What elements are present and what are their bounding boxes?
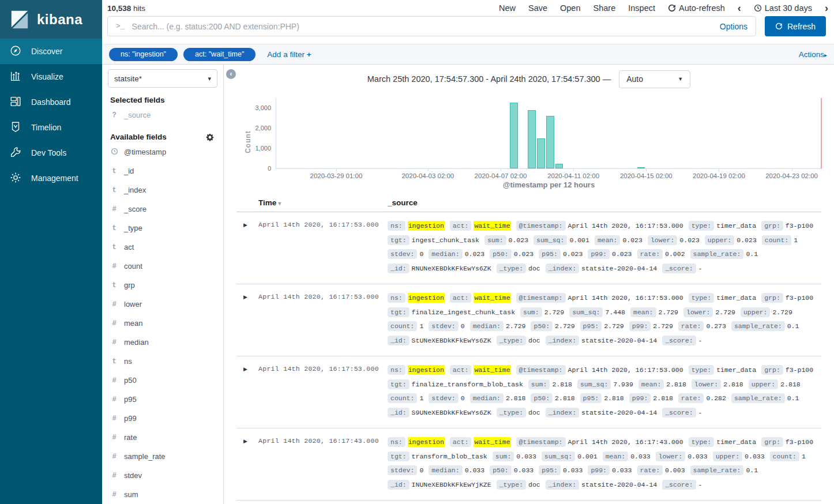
wrench-icon <box>9 146 22 160</box>
source-line: _id:RNUNeXEBDkKFkEwYs6ZK_type:doc_index:… <box>388 262 821 276</box>
row-time: April 14th 2020, 16:17:53.000 <box>258 363 388 420</box>
field-value: 0 <box>461 322 465 330</box>
actions-link[interactable]: Actions▸ <box>799 50 827 59</box>
field-key-badge: tgt: <box>388 452 410 461</box>
sidebar-item-visualize[interactable]: Visualize <box>0 64 102 89</box>
time-prev-button[interactable]: ‹ <box>738 3 741 13</box>
available-fields-list: @timestampt_idt_index#_scoret_typetact#c… <box>108 142 217 504</box>
time-next-button[interactable]: › <box>825 3 828 13</box>
histogram-bar[interactable] <box>528 110 536 168</box>
timepicker-button[interactable]: Last 30 days <box>754 3 812 13</box>
save-menu-item[interactable]: Save <box>528 3 547 13</box>
field-key-badge: mean: <box>603 452 629 461</box>
x-tick-label: 2020-04-15 02:00 <box>620 172 673 179</box>
histogram-bar[interactable] <box>537 138 545 168</box>
filter-pill[interactable]: act: "wait_time" <box>183 48 256 61</box>
field-settings-gear-icon[interactable] <box>206 133 214 141</box>
field-item-stdev[interactable]: #stdev <box>108 466 217 485</box>
kibana-logo[interactable]: kibana <box>0 0 102 39</box>
field-item-ns[interactable]: tns <box>108 352 217 371</box>
field-value: ingestion <box>408 437 445 447</box>
inspect-menu-item[interactable]: Inspect <box>628 3 655 13</box>
y-axis-label: Count <box>244 130 252 153</box>
index-pattern-select[interactable]: statsite* ▾ <box>108 69 217 88</box>
row-source: ns:ingestionact:wait_time@timestamp:Apri… <box>388 219 821 276</box>
field-key-badge: _score: <box>662 336 696 345</box>
doc-table-header: Time▾ _source <box>236 198 821 212</box>
sidebar-item-management[interactable]: Management <box>0 166 102 191</box>
field-item-timestamp[interactable]: @timestamp <box>108 142 217 161</box>
field-item-lower[interactable]: #lower <box>108 295 217 314</box>
field-value: 0.023 <box>612 250 632 258</box>
field-item-p99[interactable]: #p99 <box>108 409 217 428</box>
sidebar-item-discover[interactable]: Discover <box>0 39 102 64</box>
histogram-bar[interactable] <box>637 167 645 168</box>
add-filter-button[interactable]: Add a filter + <box>267 50 311 59</box>
histogram-bar[interactable] <box>546 116 554 168</box>
field-item-rate[interactable]: #rate <box>108 428 217 447</box>
field-value: 2.818 <box>506 394 526 402</box>
field-value: 0.002 <box>665 250 685 258</box>
number-field-icon: # <box>110 205 118 213</box>
x-tick-mark <box>646 168 647 171</box>
histogram-plot[interactable]: 01,0002,0003,0002020-03-29 01:002020-04-… <box>276 98 822 169</box>
field-key-badge: rate: <box>637 249 663 259</box>
field-item-_id[interactable]: t_id <box>108 161 217 180</box>
histogram-bar[interactable] <box>555 164 563 168</box>
field-item-sample_rate[interactable]: #sample_rate <box>108 447 217 466</box>
time-column-header[interactable]: Time▾ <box>258 198 388 207</box>
search-input[interactable] <box>132 22 713 31</box>
open-menu-item[interactable]: Open <box>560 3 580 13</box>
field-value: doc <box>528 409 540 416</box>
field-item-_source[interactable]: ?_source <box>108 106 217 125</box>
field-item-_score[interactable]: #_score <box>108 200 217 219</box>
y-tick-label: 1,000 <box>255 145 271 152</box>
sidebar-item-label: Management <box>31 174 78 183</box>
brand-name: kibana <box>37 12 82 28</box>
expand-row-icon[interactable]: ▶ <box>236 291 258 348</box>
auto-refresh-button[interactable]: Auto-refresh <box>668 3 725 13</box>
field-value: timer_data <box>716 222 756 230</box>
field-item-count[interactable]: #count <box>108 257 217 276</box>
collapse-sidebar-button[interactable]: ‹ <box>226 69 236 79</box>
filter-pill[interactable]: ns: "ingestion" <box>109 48 178 61</box>
field-value: 0.033 <box>465 467 485 474</box>
field-item-_type[interactable]: t_type <box>108 219 217 238</box>
sidebar-item-dev-tools[interactable]: Dev Tools <box>0 140 102 166</box>
expand-row-icon[interactable]: ▶ <box>236 363 258 420</box>
field-name: ns <box>124 357 132 366</box>
histogram-bar[interactable] <box>510 103 518 168</box>
field-value: 0.1 <box>746 250 758 258</box>
field-item-p50[interactable]: #p50 <box>108 371 217 390</box>
field-item-grp[interactable]: tgrp <box>108 276 217 295</box>
new-menu-item[interactable]: New <box>499 3 516 13</box>
field-item-median[interactable]: #median <box>108 333 217 352</box>
x-tick-mark <box>501 168 501 171</box>
field-value: 2.729 <box>604 322 624 330</box>
field-value: f3-p100 <box>786 366 813 374</box>
sidebar-item-dashboard[interactable]: Dashboard <box>0 89 102 115</box>
interval-select[interactable]: Auto ▼ <box>619 70 690 88</box>
compass-icon <box>9 44 22 59</box>
field-item-sum[interactable]: #sum <box>108 485 217 504</box>
source-line: ns:ingestionact:wait_time@timestamp:Apri… <box>388 435 821 450</box>
options-link[interactable]: Options <box>720 22 747 31</box>
field-key-badge: upper: <box>713 452 742 461</box>
source-line: stdev:0median:0.023p50:0.023p95:0.023p99… <box>388 247 821 262</box>
field-value: statsite-2020-04-14 <box>581 409 657 416</box>
sidebar-item-label: Timelion <box>31 123 61 132</box>
expand-row-icon[interactable]: ▶ <box>236 219 258 276</box>
share-menu-item[interactable]: Share <box>593 3 616 13</box>
field-key-badge: p50: <box>490 465 512 475</box>
field-value: 2.729 <box>659 309 679 316</box>
field-item-act[interactable]: tact <box>108 238 217 257</box>
field-value: wait_time <box>474 365 510 375</box>
sidebar-item-timelion[interactable]: Timelion <box>0 115 102 140</box>
field-item-mean[interactable]: #mean <box>108 314 217 333</box>
text-field-icon: t <box>110 167 118 175</box>
field-value: ingestion <box>408 221 445 231</box>
expand-row-icon[interactable]: ▶ <box>236 435 258 492</box>
field-item-_index[interactable]: t_index <box>108 180 217 200</box>
field-item-p95[interactable]: #p95 <box>108 390 217 409</box>
refresh-button[interactable]: Refresh <box>765 16 826 36</box>
